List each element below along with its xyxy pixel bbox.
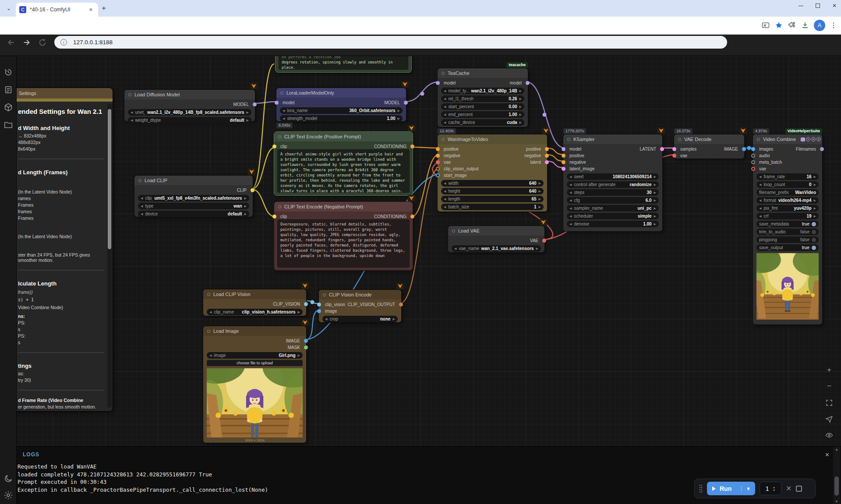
widget-model_ty...[interactable]: ◀model_ty...wan2.1_i2v_480p_14B▶: [441, 88, 524, 94]
downloads-icon[interactable]: [801, 21, 809, 30]
bookmark-star-icon[interactable]: [774, 21, 783, 30]
back-icon[interactable]: [6, 38, 16, 47]
clear-queue-icon[interactable]: ✕: [786, 484, 792, 493]
widget-seed[interactable]: ◀seed1080241306509214▶: [567, 173, 659, 180]
translate-off-icon[interactable]: [761, 21, 770, 30]
logs-scrollbar[interactable]: ▲ ▼: [833, 447, 840, 504]
collapse-dot-icon[interactable]: [442, 138, 445, 141]
models-cube-icon[interactable]: [4, 102, 13, 112]
scroll-down-icon[interactable]: ▼: [835, 500, 838, 504]
clip-text-encode-positive[interactable]: CLIP Text Encode (Positive Prompt)clipCO…: [274, 131, 413, 196]
load-vae[interactable]: Load VAEVAE◀vae_namewan_2.1_vae.safetens…: [448, 226, 545, 253]
collapse-dot-icon[interactable]: [278, 135, 281, 138]
upload-button[interactable]: choose file to upload: [207, 360, 303, 366]
widget-device[interactable]: ◀devicedefault▶: [138, 211, 249, 217]
widget-image[interactable]: ◀imageGirl.png▶: [207, 352, 303, 359]
node-title[interactable]: Load CLIP: [134, 176, 253, 185]
theme-moon-icon[interactable]: [4, 474, 13, 483]
node-title[interactable]: WanImageToVideo: [438, 134, 547, 144]
site-info-icon[interactable]: i: [60, 39, 67, 46]
output-port-CLIP_VISION[interactable]: [304, 302, 308, 306]
widget-weight_dtype[interactable]: ◀weight_dtypedefault▶: [128, 117, 251, 123]
load-clip[interactable]: Load CLIPCLIP◀clip_nameumt5_xxl_fp8_e4m3…: [134, 175, 253, 217]
collapse-dot-icon[interactable]: [207, 330, 210, 333]
notes-node-settings[interactable]: Settings ended Settings for Wan 2.1d Wid…: [0, 88, 113, 412]
browser-menu-icon[interactable]: [830, 21, 837, 29]
widget-width[interactable]: ◀width640▶: [441, 180, 544, 187]
window-close-icon[interactable]: ✕: [832, 3, 837, 9]
prompt-textarea[interactable]: on performs a r0t4tion 360degrees rotati…: [279, 56, 408, 70]
collapse-dot-icon[interactable]: [207, 293, 210, 296]
output-port-Filenames[interactable]: [820, 147, 824, 151]
new-tab-button[interactable]: +: [102, 4, 106, 13]
forward-icon[interactable]: [22, 38, 32, 47]
notes-header[interactable]: Settings: [0, 88, 113, 99]
ksampler[interactable]: 1778.207sKSamplermodelLATENTpositivenega…: [563, 134, 663, 232]
url-text[interactable]: 127.0.0.1:8188: [73, 39, 113, 46]
logs-panel-icon[interactable]: [4, 85, 13, 95]
input-port-negative[interactable]: [436, 154, 440, 158]
notes-scroll-thumb[interactable]: [108, 109, 111, 249]
input-port-audio[interactable]: [751, 154, 755, 158]
toggle-pingpong[interactable]: pingpongfalse: [756, 236, 819, 243]
collapse-dot-icon[interactable]: [567, 138, 570, 141]
collapse-dot-icon[interactable]: [278, 205, 281, 208]
widget-start_percent[interactable]: ◀start_percent0.00▶: [441, 103, 524, 110]
prompt-textarea[interactable]: Overexposure, static, blurred details, s…: [277, 219, 410, 268]
widget-lora_name[interactable]: ◀lora_name360_Orbit.safetensors▶: [280, 107, 403, 114]
output-port-MASK[interactable]: [304, 345, 308, 349]
logs-close-icon[interactable]: ✕: [825, 451, 830, 458]
node-title[interactable]: Video CombineVHS?: [753, 134, 822, 144]
widget-height[interactable]: ◀height640▶: [441, 188, 544, 194]
widget-steps[interactable]: ◀steps30▶: [567, 189, 659, 196]
stepper-arrows[interactable]: ▲▼: [772, 486, 775, 492]
input-port-images[interactable]: [751, 147, 755, 151]
input-port-positive[interactable]: [562, 154, 565, 158]
collapse-dot-icon[interactable]: [280, 92, 283, 95]
input-port-latent_image[interactable]: [562, 167, 565, 171]
widget-cache_device[interactable]: ◀cache_devicecuda▶: [441, 119, 524, 126]
collapse-dot-icon[interactable]: [128, 93, 131, 96]
collapse-dot-icon[interactable]: [323, 293, 326, 296]
profile-avatar[interactable]: A: [814, 20, 825, 31]
node-canvas[interactable]: Idle on performs a r0t4tion 360degrees r…: [0, 56, 841, 446]
collapse-dot-icon[interactable]: [138, 179, 141, 182]
input-port-clip[interactable]: [272, 215, 276, 219]
output-port-VAE[interactable]: [542, 239, 546, 243]
node-title[interactable]: CLIP Text Encode (Positive Prompt): [274, 132, 413, 141]
widget-frame_rate[interactable]: ◀frame_rate16▶: [756, 173, 819, 180]
output-port-latent[interactable]: [545, 160, 549, 164]
toggle-save_output[interactable]: save_outputtrue: [756, 244, 819, 251]
load-clip-vision[interactable]: Load CLIP VisionCLIP_VISION◀clip_namecli…: [203, 289, 307, 316]
node-title[interactable]: Load Diffusion Model: [124, 90, 255, 99]
output-port-CLIP[interactable]: [251, 188, 254, 192]
stop-icon[interactable]: [796, 486, 802, 492]
select-mode-button[interactable]: [823, 413, 835, 425]
widget-crop[interactable]: ◀cropnone▶: [322, 316, 398, 322]
collapse-dot-icon[interactable]: [757, 138, 760, 141]
widget-clip_name[interactable]: ◀clip_nameumt5_xxl_fp8_e4m3fn_scaled.saf…: [138, 195, 249, 201]
input-port-clip_vision_output[interactable]: [436, 167, 440, 171]
load-diffusion-model[interactable]: Load Diffusion ModelMODEL◀unet_namewan2.…: [124, 89, 255, 122]
wan-image-to-video[interactable]: 12.403sWanImageToVideopositivepositivene…: [437, 134, 548, 212]
input-port-model[interactable]: [436, 81, 440, 85]
drag-handle[interactable]: [699, 484, 703, 493]
workflows-folder-icon[interactable]: [4, 120, 13, 130]
extensions-icon[interactable]: [788, 21, 796, 30]
node-title[interactable]: LoraLoaderModelOnly: [276, 88, 406, 98]
settings-gear-icon[interactable]: [4, 490, 13, 500]
address-bar[interactable]: i 127.0.0.1:8188: [54, 36, 727, 49]
widget-batch_size[interactable]: ◀batch_size1▶: [441, 204, 544, 210]
widget-sampler_name[interactable]: ◀sampler_nameuni_pc▶: [567, 205, 659, 211]
vae-decode[interactable]: 18.373sVAE DecodesamplesIMAGEvae: [674, 134, 745, 159]
reload-icon[interactable]: [38, 38, 47, 47]
output-port-CONDITIONING[interactable]: [410, 215, 414, 219]
toggle-visibility-button[interactable]: [823, 430, 835, 441]
widget-pix_fmt[interactable]: ◀pix_fmtyuv420p▶: [756, 205, 819, 211]
widget-end_percent[interactable]: ◀end_percent1.00▶: [441, 111, 524, 118]
widget-rel_l1_thresh[interactable]: ◀rel_l1_thresh0.26▶: [441, 95, 524, 102]
widget-unet_name[interactable]: ◀unet_namewan2.1_i2v_480p_14B_fp8_scaled…: [128, 109, 251, 116]
widget-control after generate[interactable]: ◀control after generaterandomize▶: [567, 181, 659, 188]
output-port-LATENT[interactable]: [660, 147, 664, 151]
input-port-negative[interactable]: [562, 160, 565, 164]
